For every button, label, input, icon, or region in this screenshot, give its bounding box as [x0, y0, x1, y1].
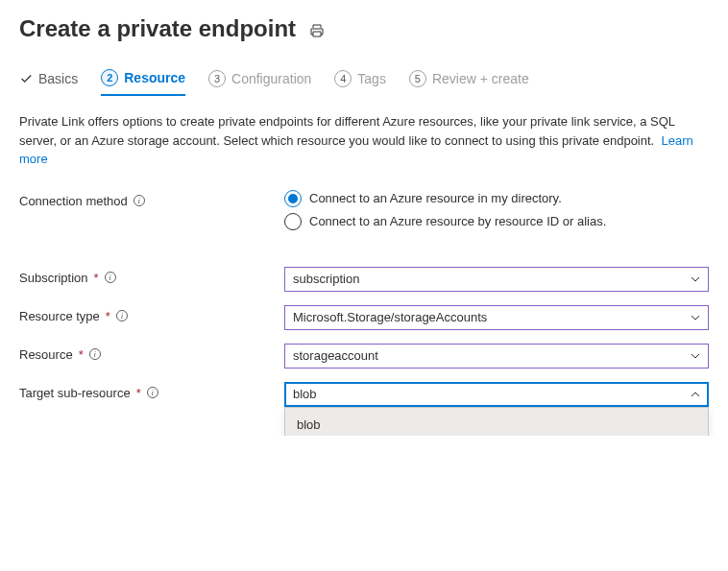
- radio-connect-directory[interactable]: Connect to an Azure resource in my direc…: [284, 190, 709, 207]
- chevron-down-icon: [691, 313, 700, 322]
- select-value: Microsoft.Storage/storageAccounts: [293, 310, 487, 324]
- tab-resource-label: Resource: [124, 70, 185, 85]
- radio-icon: [284, 190, 302, 207]
- chevron-down-icon: [691, 274, 700, 284]
- tab-basics-label: Basics: [38, 71, 78, 86]
- tab-configuration[interactable]: 3 Configuration: [208, 69, 311, 96]
- chevron-up-icon: [691, 390, 700, 399]
- info-icon[interactable]: i: [147, 387, 158, 398]
- required-indicator: *: [106, 309, 110, 323]
- tab-step-number: 4: [334, 70, 352, 87]
- dropdown-option-blob[interactable]: blob: [285, 408, 708, 436]
- description-text: Private Link offers options to create pr…: [19, 112, 709, 169]
- radio-connect-resource-id[interactable]: Connect to an Azure resource by resource…: [284, 213, 709, 230]
- tab-configuration-label: Configuration: [231, 71, 311, 86]
- tab-step-number: 5: [409, 70, 426, 87]
- tab-resource[interactable]: 2 Resource: [101, 69, 185, 96]
- wizard-tabs: Basics 2 Resource 3 Configuration 4 Tags…: [19, 69, 709, 97]
- select-value: subscription: [293, 272, 359, 286]
- required-indicator: *: [94, 271, 99, 285]
- tab-tags[interactable]: 4 Tags: [334, 69, 386, 96]
- page-title: Create a private endpoint: [19, 15, 296, 42]
- tab-review-label: Review + create: [432, 71, 529, 86]
- description-body: Private Link offers options to create pr…: [19, 114, 675, 148]
- print-icon[interactable]: [309, 23, 325, 38]
- target-sub-resource-select[interactable]: blob: [284, 382, 709, 407]
- info-icon[interactable]: i: [105, 272, 116, 283]
- resource-label: Resource: [19, 347, 73, 362]
- required-indicator: *: [79, 347, 84, 362]
- required-indicator: *: [136, 386, 141, 400]
- select-value: storageaccount: [293, 348, 378, 363]
- target-sub-resource-dropdown: blob table queue file web dfs: [284, 407, 709, 436]
- resource-type-select[interactable]: Microsoft.Storage/storageAccounts: [284, 305, 709, 330]
- tab-basics[interactable]: Basics: [19, 69, 78, 96]
- resource-select[interactable]: storageaccount: [284, 344, 709, 369]
- select-value: blob: [293, 387, 317, 401]
- info-icon[interactable]: i: [133, 195, 145, 206]
- subscription-select[interactable]: subscription: [284, 267, 709, 292]
- radio-label: Connect to an Azure resource by resource…: [309, 214, 606, 228]
- tab-review-create[interactable]: 5 Review + create: [409, 69, 529, 96]
- chevron-down-icon: [691, 351, 700, 361]
- connection-method-label: Connection method: [19, 194, 128, 208]
- tab-step-number: 3: [208, 70, 226, 87]
- radio-label: Connect to an Azure resource in my direc…: [309, 191, 562, 205]
- target-sub-resource-label: Target sub-resource: [19, 386, 131, 400]
- tab-tags-label: Tags: [357, 71, 386, 86]
- resource-type-label: Resource type: [19, 309, 100, 323]
- info-icon[interactable]: i: [116, 310, 128, 321]
- tab-step-number: 2: [101, 69, 118, 86]
- info-icon[interactable]: i: [89, 348, 101, 360]
- radio-icon: [284, 213, 302, 230]
- subscription-label: Subscription: [19, 271, 88, 285]
- connection-method-radio-group: Connect to an Azure resource in my direc…: [284, 190, 709, 230]
